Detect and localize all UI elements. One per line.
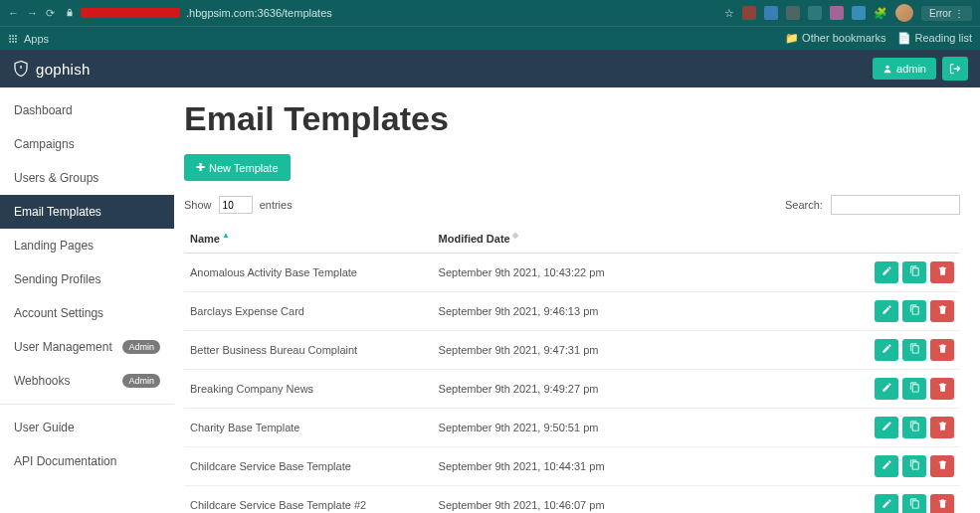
ext-icon-1[interactable] bbox=[742, 6, 756, 20]
sidebar-item-label: Users & Groups bbox=[14, 171, 98, 185]
entries-control: Show entries bbox=[184, 196, 293, 214]
search-input[interactable] bbox=[831, 195, 960, 215]
sidebar-item-landing-pages[interactable]: Landing Pages bbox=[0, 229, 174, 262]
copy-icon bbox=[909, 498, 920, 511]
table-row: Barclays Expense CardSeptember 9th 2021,… bbox=[184, 291, 960, 330]
logout-button[interactable] bbox=[942, 57, 968, 81]
edit-button[interactable] bbox=[875, 455, 898, 477]
copy-button[interactable] bbox=[902, 339, 926, 361]
edit-button[interactable] bbox=[875, 300, 898, 322]
copy-button[interactable] bbox=[902, 494, 926, 513]
cell-name: Childcare Service Base Template #2 bbox=[184, 485, 433, 513]
new-template-button[interactable]: ✚ New Template bbox=[184, 154, 291, 181]
sidebar-item-webhooks[interactable]: WebhooksAdmin bbox=[0, 364, 174, 398]
sidebar-item-account-settings[interactable]: Account Settings bbox=[0, 296, 174, 330]
cell-modified: September 9th 2021, 9:47:31 pm bbox=[433, 330, 805, 369]
forward-button[interactable]: → bbox=[27, 7, 38, 20]
pencil-icon bbox=[882, 304, 892, 317]
column-header-name[interactable]: Name▲ bbox=[184, 223, 433, 253]
entries-count-input[interactable] bbox=[219, 196, 253, 214]
error-button[interactable]: Error ⋮ bbox=[921, 6, 972, 21]
new-template-label: New Template bbox=[209, 162, 279, 174]
reload-button[interactable]: ⟳ bbox=[46, 7, 55, 20]
reading-list[interactable]: 📄 Reading list bbox=[897, 32, 972, 45]
copy-button[interactable] bbox=[902, 455, 926, 477]
sidebar-item-user-management[interactable]: User ManagementAdmin bbox=[0, 330, 174, 364]
delete-button[interactable] bbox=[930, 378, 954, 400]
address-bar[interactable]: .hbgpsim.com:3636/templates bbox=[65, 7, 714, 19]
delete-button[interactable] bbox=[930, 494, 954, 513]
back-button[interactable]: ← bbox=[8, 7, 19, 20]
trash-icon bbox=[937, 421, 948, 433]
sidebar-item-api-documentation[interactable]: API Documentation bbox=[0, 444, 174, 478]
copy-button[interactable] bbox=[902, 261, 926, 283]
plus-icon: ✚ bbox=[196, 161, 205, 174]
other-bookmarks[interactable]: 📁 Other bookmarks bbox=[785, 32, 885, 45]
main-content: Email Templates ✚ New Template Show entr… bbox=[174, 87, 980, 513]
copy-button[interactable] bbox=[902, 378, 926, 400]
bookmark-star-icon[interactable]: ☆ bbox=[724, 7, 734, 20]
sidebar-item-campaigns[interactable]: Campaigns bbox=[0, 127, 174, 161]
sidebar-item-user-guide[interactable]: User Guide bbox=[0, 411, 174, 444]
logo[interactable]: gophish bbox=[12, 60, 91, 78]
admin-label: admin bbox=[896, 63, 926, 75]
edit-button[interactable] bbox=[875, 261, 898, 283]
svg-rect-0 bbox=[9, 35, 11, 37]
cell-modified: September 9th 2021, 10:43:22 pm bbox=[433, 253, 805, 291]
copy-icon bbox=[909, 304, 920, 317]
sidebar-item-sending-profiles[interactable]: Sending Profiles bbox=[0, 262, 174, 296]
copy-icon bbox=[909, 382, 920, 395]
edit-button[interactable] bbox=[875, 339, 898, 361]
apps-icon[interactable] bbox=[8, 34, 18, 44]
edit-button[interactable] bbox=[875, 494, 898, 513]
delete-button[interactable] bbox=[930, 261, 954, 283]
cell-name: Childcare Service Base Template bbox=[184, 446, 433, 485]
svg-point-9 bbox=[885, 66, 888, 69]
apps-label[interactable]: Apps bbox=[24, 33, 49, 45]
table-row: Childcare Service Base Template #2Septem… bbox=[184, 485, 960, 513]
delete-button[interactable] bbox=[930, 339, 954, 361]
cell-name: Anomalous Activity Base Template bbox=[184, 253, 433, 291]
pencil-icon bbox=[882, 421, 892, 433]
svg-rect-8 bbox=[15, 41, 17, 43]
table-row: Breaking Company NewsSeptember 9th 2021,… bbox=[184, 369, 960, 408]
edit-button[interactable] bbox=[875, 378, 898, 400]
edit-button[interactable] bbox=[875, 417, 898, 438]
sidebar-item-email-templates[interactable]: Email Templates bbox=[0, 195, 174, 229]
search-control: Search: bbox=[785, 195, 960, 215]
copy-icon bbox=[909, 343, 920, 356]
user-icon bbox=[882, 64, 892, 74]
sidebar-item-label: Webhooks bbox=[14, 374, 70, 388]
copy-button[interactable] bbox=[902, 300, 926, 322]
show-suffix: entries bbox=[260, 199, 293, 211]
logo-shield-icon bbox=[12, 60, 30, 78]
pencil-icon bbox=[882, 265, 892, 278]
page-title: Email Templates bbox=[184, 99, 960, 138]
ext-icon-6[interactable] bbox=[852, 6, 866, 20]
profile-avatar[interactable] bbox=[895, 4, 913, 22]
search-label: Search: bbox=[785, 199, 823, 211]
pencil-icon bbox=[882, 498, 892, 511]
sidebar-item-label: Email Templates bbox=[14, 205, 101, 219]
copy-button[interactable] bbox=[902, 417, 926, 438]
delete-button[interactable] bbox=[930, 300, 954, 322]
sidebar-item-label: Campaigns bbox=[14, 137, 75, 151]
ext-icon-3[interactable] bbox=[786, 6, 800, 20]
delete-button[interactable] bbox=[930, 455, 954, 477]
column-header-modified[interactable]: Modified Date◆ bbox=[433, 223, 805, 253]
pencil-icon bbox=[882, 382, 892, 395]
sidebar-item-label: User Management bbox=[14, 340, 112, 354]
sidebar-item-dashboard[interactable]: Dashboard bbox=[0, 93, 174, 127]
admin-button[interactable]: admin bbox=[873, 58, 936, 80]
ext-icon-2[interactable] bbox=[764, 6, 778, 20]
ext-icon-5[interactable] bbox=[830, 6, 844, 20]
trash-icon bbox=[937, 459, 948, 472]
url-text: .hbgpsim.com:3636/templates bbox=[186, 7, 332, 19]
extensions-puzzle-icon[interactable]: 🧩 bbox=[874, 7, 887, 20]
sidebar-item-users-groups[interactable]: Users & Groups bbox=[0, 161, 174, 195]
copy-icon bbox=[909, 265, 920, 278]
admin-badge: Admin bbox=[122, 374, 160, 388]
logout-icon bbox=[949, 63, 961, 75]
ext-icon-4[interactable] bbox=[808, 6, 822, 20]
delete-button[interactable] bbox=[930, 417, 954, 438]
